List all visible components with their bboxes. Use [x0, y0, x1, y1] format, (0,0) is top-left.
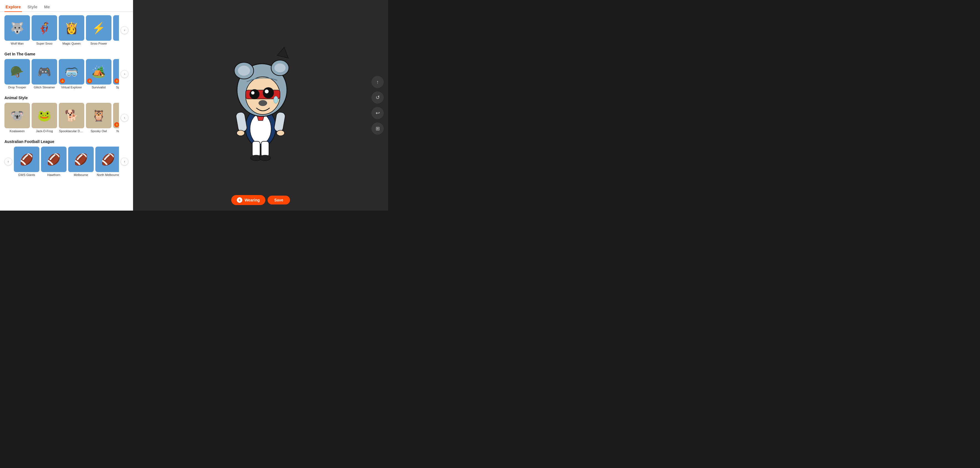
avatar-row-afl: ‹ 🏈 GWS Giants 🏈 Hawthorn 🏈	[5, 147, 128, 176]
list-item[interactable]: 🦉 Spooky Owl	[86, 103, 111, 133]
list-item[interactable]: 🏈 GWS Giants	[14, 147, 39, 176]
undo-button[interactable]: ↩	[371, 107, 384, 119]
list-item[interactable]: 🚀 🔒 Space Marin...	[113, 59, 119, 89]
svg-rect-3	[252, 141, 260, 157]
list-item[interactable]: 🎮 Glitch Streamer	[32, 59, 57, 89]
svg-rect-4	[261, 141, 269, 157]
tab-explore[interactable]: Explore	[5, 2, 22, 12]
avatar-display	[216, 36, 305, 175]
list-item[interactable]: 🥽 🔒 Virtual Explorer	[59, 59, 84, 89]
svg-point-22	[251, 91, 255, 95]
snoo-svg	[222, 39, 299, 172]
wearing-label: Wearing	[245, 198, 260, 202]
list-item[interactable]: 🐸 Jack-O-Frog	[32, 103, 57, 133]
prev-arrow-afl[interactable]: ‹	[5, 158, 12, 165]
section-title-game: Get In The Game	[5, 52, 128, 56]
svg-rect-8	[274, 112, 286, 132]
next-arrow-featured[interactable]: ›	[121, 26, 128, 34]
svg-point-21	[263, 87, 274, 98]
list-item[interactable]: 🐨 Koalaween	[5, 103, 30, 133]
save-button[interactable]: Save	[267, 196, 290, 205]
list-item[interactable]: 🪖 Drop Trooper	[5, 59, 30, 89]
locked-badge: 🔒	[60, 78, 65, 83]
main-area: ↑ ↺ ↩ ⊞ 6 Wearing Save	[133, 0, 388, 211]
svg-point-24	[259, 100, 267, 106]
wearing-count-badge: 6	[237, 197, 242, 203]
list-item[interactable]: 🏈 North Melbourne	[95, 147, 119, 176]
section-title-animal: Animal Style	[5, 95, 128, 100]
tab-style[interactable]: Style	[26, 2, 38, 12]
expand-button[interactable]: ⊞	[371, 122, 384, 135]
right-tools: ↑ ↺ ↩ ⊞	[371, 76, 384, 135]
section-afl: Australian Football League ‹ 🏈 GWS Giant…	[0, 136, 133, 180]
animal-items: 🐨 Koalaween 🐸 Jack-O-Frog 🐕 Spooktacular…	[5, 103, 119, 133]
avatar-row-featured: 🐺 Wolf Man 🦸 Super Snoo 👸 Magic Queen	[5, 15, 128, 45]
list-item[interactable]: 🏈 Melbourne	[68, 147, 94, 176]
svg-rect-7	[235, 112, 248, 132]
bottom-bar: 6 Wearing Save	[231, 195, 290, 205]
list-item[interactable]: 🦈 🔒 Narly The N...	[113, 103, 119, 133]
svg-marker-16	[277, 47, 288, 58]
locked-badge: 🔒	[114, 78, 119, 83]
locked-badge: 🔒	[114, 122, 119, 127]
refresh-button[interactable]: ↺	[371, 92, 384, 104]
section-get-in-the-game: Get In The Game 🪖 Drop Trooper 🎮 Glitch …	[0, 49, 133, 92]
svg-point-13	[238, 66, 250, 76]
svg-point-10	[277, 130, 285, 136]
list-item[interactable]: ⚡ Snoo Power	[86, 15, 111, 45]
share-icon: ↑	[377, 79, 379, 85]
list-item[interactable]: 👸 Magic Queen	[59, 15, 84, 45]
tabs-bar: Explore Style Me	[0, 0, 133, 12]
afl-items: 🏈 GWS Giants 🏈 Hawthorn 🏈 Melbourne	[14, 147, 119, 176]
wearing-button[interactable]: 6 Wearing	[231, 195, 265, 205]
svg-point-23	[265, 89, 269, 94]
left-panel: Explore Style Me 🐺 Wolf Man 🦸 Super Snoo	[0, 0, 133, 211]
tab-me[interactable]: Me	[43, 2, 51, 12]
expand-icon: ⊞	[375, 125, 380, 132]
list-item[interactable]: 🏈 Hawthorn	[41, 147, 67, 176]
next-arrow-animal[interactable]: ›	[121, 114, 128, 122]
section-title-afl: Australian Football League	[5, 140, 128, 144]
game-items: 🪖 Drop Trooper 🎮 Glitch Streamer 🥽 🔒 Vi	[5, 59, 119, 89]
section-featured: 🐺 Wolf Man 🦸 Super Snoo 👸 Magic Queen	[0, 12, 133, 49]
svg-point-20	[250, 89, 259, 99]
section-animal-style: Animal Style 🐨 Koalaween 🐸 Jack-O-Frog	[0, 92, 133, 136]
featured-items: 🐺 Wolf Man 🦸 Super Snoo 👸 Magic Queen	[5, 15, 119, 45]
svg-point-9	[237, 130, 245, 136]
avatar-row-animal: 🐨 Koalaween 🐸 Jack-O-Frog 🐕 Spooktacular…	[5, 103, 128, 133]
next-arrow-game[interactable]: ›	[121, 70, 128, 78]
list-item[interactable]: 🐺 Wolf Man	[5, 15, 30, 45]
avatar-row-game: 🪖 Drop Trooper 🎮 Glitch Streamer 🥽 🔒 Vi	[5, 59, 128, 89]
share-button[interactable]: ↑	[371, 76, 384, 88]
refresh-icon: ↺	[375, 95, 380, 101]
svg-point-15	[274, 63, 286, 72]
list-item[interactable]: 🏕️ 🔒 Survivalist	[86, 59, 111, 89]
list-item[interactable]: 🎸 Rock Blue	[113, 15, 119, 45]
list-item[interactable]: 🦸 Super Snoo	[32, 15, 57, 45]
list-item[interactable]: 🐕 Spooktacular Doge	[59, 103, 84, 133]
locked-badge: 🔒	[87, 78, 92, 83]
undo-icon: ↩	[375, 110, 380, 116]
next-arrow-afl[interactable]: ›	[121, 158, 128, 165]
svg-point-6	[259, 155, 270, 161]
svg-point-19	[274, 96, 278, 103]
